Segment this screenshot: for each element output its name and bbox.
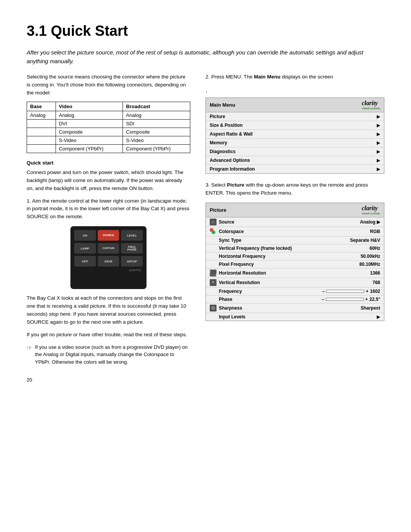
- menu-item-aspect-ratio[interactable]: Aspect Ratio & Wall ▶: [206, 130, 384, 139]
- page-number: 20: [27, 377, 384, 383]
- clarity-logo-picture: clarity visual systems: [362, 205, 380, 215]
- sharpness-icon: ⬡: [210, 305, 217, 312]
- picture-menu-sync-type: Sync Type Separate H&V: [206, 236, 384, 244]
- main-menu-title: Main Menu: [210, 102, 235, 108]
- body-text-2: Connect power and turn on the power swit…: [27, 169, 190, 193]
- remote-image: ON SOURCE LEVEL LAMP CURTAIN FREQ.PHASE …: [27, 226, 190, 289]
- picture-menu-input-levels[interactable]: Input Levels ▶: [206, 313, 384, 321]
- picture-menu-pixel-freq: Pixel Frequency 80.10MHz: [206, 260, 384, 268]
- picture-menu-vert-freq: Vertical Frequency (frame locked) 60Hz: [206, 244, 384, 252]
- table-header-base: Base: [27, 102, 56, 111]
- note-text: ☞ If you use a video source (such as fro…: [27, 343, 190, 366]
- colorspace-icon: [210, 228, 217, 235]
- page-title: 3.1 Quick Start: [27, 23, 384, 39]
- note-body: If you use a video source (such as from …: [35, 343, 190, 366]
- menu-item-diagnostics[interactable]: Diagnostics ▶: [206, 147, 384, 156]
- body-text-4: If you get no picture or have other trou…: [27, 331, 190, 339]
- picture-menu-box: Picture clarity visual systems □ Source …: [206, 203, 384, 321]
- picture-menu-sharpness: ⬡ Sharpness Sharpest: [206, 304, 384, 313]
- picture-menu-source[interactable]: □ Source Analog ▶: [206, 217, 384, 227]
- phase-slider[interactable]: [326, 298, 364, 301]
- table-header-broadcast: Broadcast: [123, 102, 190, 111]
- table-row: S-Video S-Video: [27, 136, 190, 144]
- v-res-icon: T: [210, 279, 217, 286]
- source-icon: □: [210, 219, 217, 225]
- menu-item-advanced[interactable]: Advanced Options ▶: [206, 156, 384, 165]
- dot-separator: .: [206, 86, 384, 94]
- picture-menu-title: Picture: [210, 207, 226, 213]
- table-row: Composite Composite: [27, 128, 190, 136]
- connector-table: Base Video Broadcast Analog Analog Analo…: [27, 102, 190, 153]
- table-row: Analog Analog Analog: [27, 111, 190, 119]
- menu-item-size-position[interactable]: Size & Position ▶: [206, 121, 384, 130]
- main-menu-header: Main Menu clarity visual systems: [206, 98, 384, 112]
- menu-item-memory[interactable]: Memory ▶: [206, 139, 384, 147]
- step1-text: 1. Aim the remote control at the lower r…: [27, 197, 190, 221]
- frequency-slider-row[interactable]: – + 1602: [322, 289, 380, 294]
- body-text-1: Selecting the source means choosing the …: [27, 73, 190, 97]
- frequency-slider[interactable]: [326, 290, 364, 293]
- picture-menu-frequency: Frequency – + 1602: [206, 288, 384, 296]
- menu-item-picture[interactable]: Picture ▶: [206, 112, 384, 121]
- picture-menu-colorspace[interactable]: Colorspace RGB: [206, 227, 384, 236]
- picture-menu-phase: Phase – + 22.5°: [206, 296, 384, 304]
- note-icon: ☞: [27, 343, 32, 366]
- table-header-video: Video: [56, 102, 123, 111]
- picture-menu-h-res: |←→| Horizontal Resolution 1366: [206, 268, 384, 278]
- step2-text: 2. Press MENU. The Main Menu displays on…: [206, 73, 384, 81]
- h-res-icon: |←→|: [210, 270, 217, 276]
- quick-start-heading: Quick start: [27, 160, 190, 166]
- clarity-logo-main: clarity visual systems: [362, 100, 380, 110]
- intro-text: After you select the picture source, mos…: [27, 48, 384, 66]
- step3-text: 3. Select Picture with the up-down arrow…: [206, 181, 384, 197]
- main-menu-box: Main Menu clarity visual systems Picture…: [206, 97, 384, 174]
- body-text-3: The Bay Cat X looks at each of the conne…: [27, 294, 190, 326]
- clarity-sub-picture: visual systems: [362, 212, 380, 215]
- picture-menu-horiz-freq: Horizontal Frequency 50.00kHz: [206, 252, 384, 260]
- table-row: Component (YPbPr) Component (YPbPr): [27, 144, 190, 153]
- menu-item-program-info[interactable]: Program Information ▶: [206, 165, 384, 173]
- picture-menu-header: Picture clarity visual systems: [206, 203, 384, 217]
- table-row: DVI SDI: [27, 119, 190, 128]
- clarity-sub: visual systems: [362, 107, 380, 110]
- picture-menu-v-res: T Vertical Resolution 768: [206, 278, 384, 288]
- phase-slider-row[interactable]: – + 22.5°: [322, 297, 380, 302]
